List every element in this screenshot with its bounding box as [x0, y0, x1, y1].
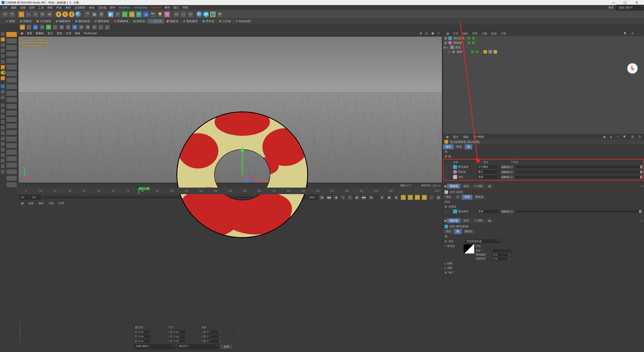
mode-3[interactable]	[1, 43, 5, 47]
vis-editor-icon[interactable]	[468, 37, 470, 39]
sec-23[interactable]	[6, 175, 17, 181]
sec-5[interactable]	[6, 58, 17, 63]
mode-edge[interactable]	[1, 90, 5, 94]
obj-row-torus[interactable]: ⌙ 圆环	[443, 50, 644, 54]
particles-icon[interactable]: ✴	[187, 11, 193, 17]
def-icon-9[interactable]: ❂	[72, 24, 77, 30]
vp-options[interactable]: 选项	[55, 31, 64, 36]
field-formula[interactable]: 公式域	[217, 19, 233, 24]
menu-window[interactable]: 窗口	[172, 5, 181, 10]
sec-4[interactable]	[6, 51, 17, 57]
am-up-icon[interactable]: ▲	[608, 135, 614, 139]
mode-x8[interactable]	[1, 142, 5, 146]
vp-display[interactable]: 显示	[46, 31, 55, 36]
blend-select[interactable]: 普通	[477, 175, 500, 179]
blend-select[interactable]: 最大	[477, 170, 500, 174]
go-end-button[interactable]: ⏭	[368, 195, 374, 200]
def-icon-4[interactable]: ✦	[39, 24, 45, 30]
step-back-button[interactable]: ◀◀	[326, 195, 332, 200]
misc-icon[interactable]: ⚑	[217, 11, 223, 17]
rec-key-button[interactable]: ●	[379, 195, 385, 200]
field-row-freeze[interactable]: ⋮⋮ 冻结 普通 100 %	[444, 174, 643, 180]
extra-axis[interactable]: 轴 Z	[449, 271, 453, 274]
s-subtab-blend[interactable]: 混合	[443, 229, 454, 234]
visibility-slider[interactable]	[515, 166, 643, 168]
am-home-icon[interactable]: ⌂	[615, 135, 620, 139]
subdomain-toggle[interactable]: 次级域	[449, 205, 456, 208]
sec-9[interactable]	[6, 84, 17, 90]
om-tags[interactable]: 标签	[490, 31, 498, 36]
scale-tool[interactable]: ⤢	[32, 11, 38, 17]
def-icon-6[interactable]: ⬡	[52, 24, 58, 30]
redo-button[interactable]: ↷	[9, 11, 15, 17]
quickrender-icon[interactable]: QR	[203, 12, 209, 17]
vp-filter[interactable]: 过滤	[64, 31, 73, 36]
mode-texture[interactable]	[1, 54, 5, 58]
render-settings-button[interactable]: ⚙	[98, 11, 104, 17]
bluramt-field[interactable]: 0 %	[492, 257, 507, 260]
card-expand-icon[interactable]: ⤢	[641, 185, 643, 188]
viewport[interactable]: y x z Number of emitters: 0 Total live p…	[18, 36, 442, 183]
mode-x5[interactable]	[1, 125, 5, 130]
key-pla-button[interactable]: ◌	[429, 195, 434, 200]
pos-x-field[interactable]: 0 cm	[137, 330, 150, 334]
timeline-ruler[interactable]: 11630 0 10 20 30 40 50 60 70 80 90 100 1…	[18, 188, 443, 194]
def-icon-12[interactable]: ⚙	[92, 24, 97, 30]
mode-x10[interactable]	[1, 153, 5, 157]
sec-21[interactable]	[6, 162, 17, 168]
extra-texture[interactable]: 贴图	[447, 262, 452, 265]
vp-btn-4[interactable]: ⤢	[436, 31, 441, 35]
field-sound[interactable]: 声音域	[200, 19, 217, 24]
menu-help[interactable]: 帮助	[181, 5, 190, 10]
visibility-slider[interactable]	[515, 210, 642, 212]
layout-select[interactable]: 启动 (用户)	[616, 5, 643, 11]
vis-editor-icon[interactable]	[471, 51, 474, 53]
coord-apply-button[interactable]: 应用	[220, 344, 233, 349]
field-box[interactable]: 立方体域	[34, 19, 53, 24]
menu-volume[interactable]: 体积	[64, 5, 72, 10]
mode-x13[interactable]	[1, 169, 5, 174]
camera-icon[interactable]: 📷	[150, 11, 156, 17]
visibility-value[interactable]: 100 %	[501, 171, 513, 173]
def-icon-14[interactable]: 𝑓ₓ	[105, 24, 110, 30]
mode-x2[interactable]	[1, 109, 5, 113]
visibility-value[interactable]: 100 %	[501, 176, 513, 179]
tab-tag[interactable]: 标签	[454, 144, 465, 149]
card-tab-control[interactable]: C 控制	[472, 184, 485, 189]
frame-back-button[interactable]: ◀	[333, 195, 339, 200]
om-filter-icon[interactable]: ⚙	[630, 31, 635, 36]
mode-x4[interactable]	[1, 120, 5, 124]
field-sphere[interactable]: 球体域	[17, 19, 34, 24]
menu-spline[interactable]: 样条	[55, 5, 63, 10]
window-maximize-button[interactable]: ▢	[619, 1, 631, 5]
card-tab-sphere[interactable]: 球体域	[447, 184, 460, 189]
enable-checkbox[interactable]	[445, 170, 448, 173]
sec-15[interactable]	[6, 123, 17, 129]
mode-x12[interactable]	[1, 164, 5, 168]
am-search-icon[interactable]: 🔍	[622, 135, 628, 139]
mm-func[interactable]: 功能	[46, 201, 56, 206]
phong-tag-icon[interactable]	[489, 50, 492, 54]
sec-14[interactable]	[6, 117, 17, 122]
menu-xparticles[interactable]: X-Particles	[133, 6, 149, 10]
sec-19[interactable]	[6, 149, 17, 155]
def-icon-3[interactable]: ◆	[33, 24, 38, 30]
mm-create[interactable]: 创建	[26, 201, 36, 206]
card2-expand-icon[interactable]: ⤢	[641, 219, 643, 222]
window-minimize-button[interactable]: —	[608, 1, 619, 5]
channel-select[interactable]: 亮度及着色器	[465, 239, 500, 243]
menu-edit[interactable]: 编辑	[10, 5, 18, 10]
mm-edit[interactable]: 编辑	[36, 201, 46, 206]
mode-model[interactable]	[1, 32, 5, 36]
sec-6[interactable]	[6, 64, 17, 70]
sec-7[interactable]	[6, 71, 17, 76]
deformer-icon[interactable]: ❖	[136, 11, 142, 17]
def-icon-1[interactable]: ◉	[20, 24, 25, 30]
subfield-row[interactable]: ⋮⋮ 着色器域 普通 100 %	[443, 209, 644, 214]
field-cylinder[interactable]: 圆柱体域	[73, 19, 92, 24]
sec-12[interactable]	[6, 104, 17, 109]
blend-select[interactable]: 正片叠底	[477, 165, 500, 169]
mode-x3[interactable]	[1, 114, 5, 119]
field-shader[interactable]: 着色器域	[181, 19, 200, 24]
mograph-icon[interactable]: ❂	[164, 11, 170, 17]
